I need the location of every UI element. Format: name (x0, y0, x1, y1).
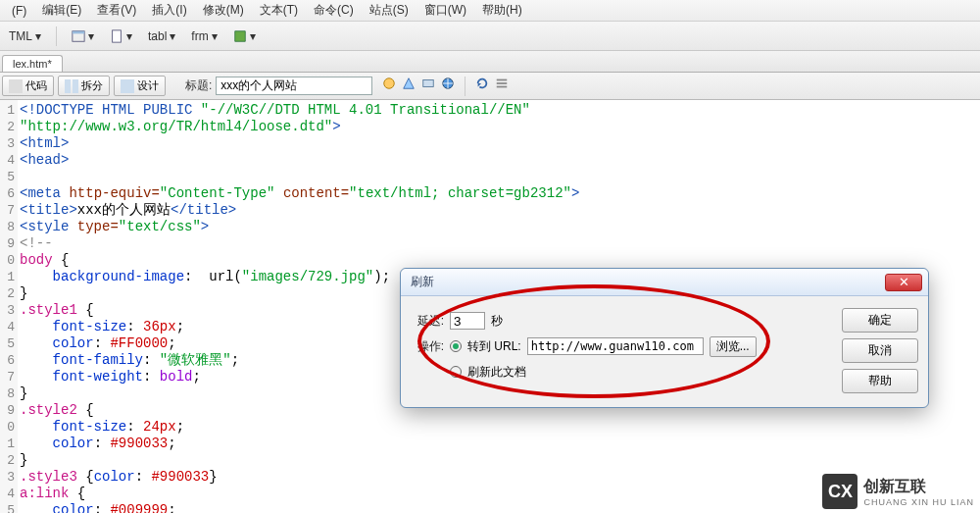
goto-url-input[interactable] (527, 337, 704, 355)
svg-rect-1 (73, 30, 84, 33)
svg-rect-6 (121, 79, 134, 93)
menu-text[interactable]: 文本(T) (252, 0, 306, 21)
watermark-sub: CHUANG XIN HU LIAN (863, 497, 974, 507)
book-icon[interactable]: ▾ (228, 27, 261, 45)
menu-site[interactable]: 站点(S) (362, 0, 416, 21)
svg-rect-2 (113, 29, 122, 41)
goto-url-radio[interactable] (450, 340, 462, 352)
watermark: CX 创新互联 CHUANG XIN HU LIAN (822, 474, 974, 509)
globe-icon[interactable] (441, 77, 455, 90)
toolbar: TML ▾ ▾ ▾ tabl ▾ frm ▾ ▾ (0, 22, 980, 51)
svg-rect-8 (423, 79, 434, 86)
watermark-icon: CX (822, 474, 858, 509)
tabl-dropdown[interactable]: tabl ▾ (143, 27, 180, 45)
menu-edit[interactable]: 编辑(E) (34, 0, 89, 21)
operation-label: 操作: (411, 338, 444, 355)
tool-icon-2[interactable] (402, 77, 416, 90)
tab-document[interactable]: lex.htm* (2, 55, 63, 72)
svg-rect-3 (9, 79, 23, 93)
menu-view[interactable]: 查看(V) (89, 0, 144, 21)
menu-window[interactable]: 窗口(W) (416, 0, 474, 21)
cancel-button[interactable]: 取消 (842, 338, 918, 363)
calendar-icon[interactable]: ▾ (67, 27, 99, 45)
menu-modify[interactable]: 修改(M) (195, 0, 252, 21)
delay-input[interactable] (450, 312, 485, 330)
tool-icon-3[interactable] (421, 77, 435, 90)
split-view-button[interactable]: 拆分 (58, 76, 110, 96)
title-label: 标题: (185, 77, 212, 94)
dialog-titlebar[interactable]: 刷新 ✕ (401, 269, 928, 296)
code-view-button[interactable]: 代码 (2, 76, 54, 96)
ok-button[interactable]: 确定 (842, 308, 918, 333)
refresh-icon[interactable] (475, 77, 489, 90)
tool-icon-1[interactable] (382, 77, 396, 90)
design-view-button[interactable]: 设计 (114, 76, 166, 96)
goto-url-label: 转到 URL: (467, 338, 521, 355)
close-icon[interactable]: ✕ (885, 274, 922, 291)
delay-label: 延迟: (411, 313, 444, 330)
frm-dropdown[interactable]: frm ▾ (186, 27, 221, 45)
document-icon[interactable]: ▾ (105, 27, 137, 45)
svg-rect-10 (497, 78, 508, 80)
svg-point-7 (384, 77, 395, 88)
delay-unit: 秒 (491, 313, 503, 330)
help-button[interactable]: 帮助 (842, 369, 918, 393)
refresh-doc-label: 刷新此文档 (467, 364, 526, 381)
doctype-dropdown[interactable]: TML ▾ (4, 27, 46, 45)
menu-command[interactable]: 命令(C) (306, 0, 362, 21)
title-input[interactable] (216, 77, 372, 95)
svg-rect-11 (497, 82, 508, 84)
menu-file[interactable]: (F) (4, 2, 34, 20)
tab-bar: lex.htm* (0, 51, 980, 73)
refresh-doc-radio[interactable] (450, 366, 462, 378)
view-bar: 代码 拆分 设计 标题: (0, 73, 980, 100)
dialog-title: 刷新 (411, 274, 434, 290)
svg-rect-12 (497, 85, 508, 87)
watermark-brand: 创新互联 (863, 477, 974, 497)
menu-insert[interactable]: 插入(I) (144, 0, 194, 21)
svg-rect-4 (65, 79, 71, 93)
list-icon[interactable] (495, 77, 509, 90)
browse-button[interactable]: 浏览... (710, 336, 757, 357)
refresh-dialog: 刷新 ✕ 延迟: 秒 操作: 转到 URL: 浏览... 刷新此文档 (400, 268, 929, 408)
menu-help[interactable]: 帮助(H) (474, 0, 530, 21)
menu-bar: (F) 编辑(E) 查看(V) 插入(I) 修改(M) 文本(T) 命令(C) … (0, 0, 980, 22)
chevron-down-icon: ▾ (35, 29, 41, 43)
svg-rect-5 (73, 79, 78, 93)
